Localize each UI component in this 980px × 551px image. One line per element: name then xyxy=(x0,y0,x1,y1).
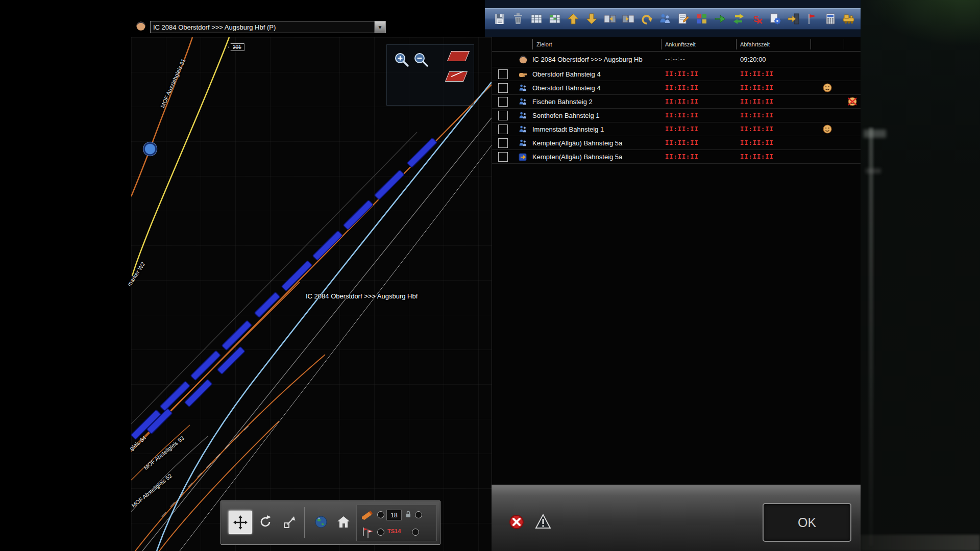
edit-region-tool-icon[interactable] xyxy=(445,71,468,82)
world-view-button[interactable] xyxy=(311,511,331,533)
label-size-radio[interactable] xyxy=(415,511,422,518)
swap-direction-button[interactable] xyxy=(731,11,746,27)
passengers-icon xyxy=(518,83,528,93)
edit-list-icon xyxy=(677,12,690,26)
keypad-icon xyxy=(824,12,837,26)
row-checkbox[interactable] xyxy=(498,124,508,134)
map-zoom-panel xyxy=(386,44,474,106)
timetable-header: Zielort Ankunftszeit Abfahrtszeit xyxy=(492,37,861,52)
undo-button[interactable] xyxy=(639,11,654,27)
save-button[interactable] xyxy=(492,11,507,27)
passenger-view-button[interactable] xyxy=(657,11,673,27)
row-checkbox[interactable] xyxy=(498,69,508,79)
save-icon xyxy=(493,12,506,26)
map-service-label: IC 2084 Oberstdorf >>> Augsburg Hbf xyxy=(306,292,418,300)
map-2d-view[interactable]: MOF Ausziehgleis 31 marker W2 gleis 54 M… xyxy=(131,37,492,551)
zoom-out-button[interactable] xyxy=(412,51,430,68)
timetable-row[interactable]: Fischen Bahnsteig 2 II:II:II II:II:II xyxy=(492,95,861,109)
flag-icon xyxy=(805,12,819,26)
passengers-icon xyxy=(518,111,528,120)
track-marker-201: 201 xyxy=(228,43,244,51)
flag-marker-button[interactable] xyxy=(804,11,820,27)
timetable-row[interactable]: Kempten(Allgäu) Bahnsteig 5a II:II:II II… xyxy=(492,136,861,150)
draw-region-tool-icon[interactable] xyxy=(447,51,470,61)
map-label-options: 18 TS14 xyxy=(356,505,437,541)
screen: IC 2084 Oberstdorf >>> Augsburg Hbf (P) … xyxy=(0,0,980,551)
green-arrow-icon xyxy=(714,12,727,26)
markers-radio[interactable] xyxy=(377,529,384,536)
ok-button[interactable]: OK xyxy=(763,503,851,542)
track-cyan-route xyxy=(157,82,492,551)
cancel-icon[interactable] xyxy=(508,514,525,530)
crayon-icon xyxy=(361,510,373,520)
locomotive-button[interactable] xyxy=(841,11,856,27)
dropdown-arrow-icon[interactable]: ▼ xyxy=(374,21,385,33)
hand-icon xyxy=(519,69,528,79)
pan-tool-button[interactable] xyxy=(229,511,252,534)
number-pad-button[interactable] xyxy=(823,11,838,27)
grid-view-add-button[interactable] xyxy=(547,11,562,27)
passengers-icon xyxy=(518,124,528,134)
crossing-pole xyxy=(869,128,873,546)
portal-button[interactable] xyxy=(786,11,801,27)
timetable-panel: Zielort Ankunftszeit Abfahrtszeit IC 208… xyxy=(492,37,862,485)
row-checkbox[interactable] xyxy=(498,97,508,107)
timetable-row[interactable]: Oberstdorf Bahnsteig 4 II:II:II II:II:II xyxy=(492,81,861,95)
passenger-face-icon xyxy=(822,124,832,134)
split-left-icon xyxy=(603,12,617,26)
jump-tool-button[interactable] xyxy=(279,511,301,533)
driver-icon xyxy=(518,53,529,65)
passengers-icon xyxy=(658,12,672,26)
split-right-button[interactable] xyxy=(621,11,636,27)
service-dropdown[interactable]: IC 2084 Oberstdorf >>> Augsburg Hbf (P) … xyxy=(150,21,386,33)
track-labels-radio[interactable] xyxy=(377,511,384,518)
service-row[interactable]: IC 2084 Oberstdorf >>> Augsburg Hb --:--… xyxy=(492,52,861,67)
column-departure: Abfahrtszeit xyxy=(736,39,811,49)
door-arrow-icon xyxy=(787,12,800,26)
trash-icon xyxy=(511,12,525,26)
row-checkbox[interactable] xyxy=(498,83,508,93)
toolbar-divider xyxy=(304,507,305,538)
markers-icon xyxy=(361,527,373,539)
timetable-row[interactable]: Oberstdorf Bahnsteig 4 II:II:II II:II:II xyxy=(492,67,861,81)
insert-service-button[interactable] xyxy=(713,11,728,27)
editor-toolbar-area: S xyxy=(485,0,861,37)
service-dropdown-value: IC 2084 Oberstdorf >>> Augsburg Hbf (P) xyxy=(151,23,374,31)
up-arrow-icon xyxy=(567,12,580,26)
grid-icon xyxy=(530,12,543,26)
remove-service-button[interactable]: S xyxy=(749,11,765,27)
split-left-button[interactable] xyxy=(602,11,618,27)
tile-view-button[interactable] xyxy=(694,11,709,27)
placement-marker xyxy=(144,143,156,155)
undo-icon xyxy=(640,12,653,26)
service-row-label: IC 2084 Oberstdorf >>> Augsburg Hb xyxy=(532,56,661,63)
passengers-icon xyxy=(518,97,528,107)
timetable-edit-button[interactable] xyxy=(676,11,691,27)
home-view-button[interactable] xyxy=(334,511,353,533)
timetable-row[interactable]: Immenstadt Bahnsteig 1 II:II:II II:II:II xyxy=(492,122,861,136)
column-arrival: Ankunftszeit xyxy=(661,39,736,49)
row-checkbox[interactable] xyxy=(498,152,508,162)
jump-icon xyxy=(282,514,298,530)
rotate-tool-button[interactable] xyxy=(254,511,276,533)
row-checkbox[interactable] xyxy=(498,138,508,148)
move-down-button[interactable] xyxy=(584,11,599,27)
delete-button[interactable] xyxy=(510,11,526,27)
grid-view-button[interactable] xyxy=(529,11,544,27)
service-settings-button[interactable] xyxy=(768,11,783,27)
timetable-row[interactable]: Sonthofen Bahnsteig 1 II:II:II II:II:II xyxy=(492,109,861,122)
rotate-icon xyxy=(258,514,273,530)
train-consists xyxy=(131,138,437,440)
label-size-value[interactable]: 18 xyxy=(386,510,402,520)
tiles-icon xyxy=(695,12,708,26)
timetable-row[interactable]: Kempten(Allgäu) Bahnsteig 5a II:II:II II… xyxy=(492,150,861,164)
passenger-face-crossed-icon xyxy=(847,96,857,107)
row-checkbox[interactable] xyxy=(498,111,508,120)
down-arrow-icon xyxy=(585,12,598,26)
move-up-button[interactable] xyxy=(566,11,581,27)
zoom-in-button[interactable] xyxy=(393,51,410,68)
warning-icon[interactable] xyxy=(534,513,552,530)
marker-set-radio[interactable] xyxy=(412,529,419,536)
map-topbar: IC 2084 Oberstdorf >>> Augsburg Hbf (P) … xyxy=(131,0,492,37)
swap-arrows-icon xyxy=(732,12,745,26)
